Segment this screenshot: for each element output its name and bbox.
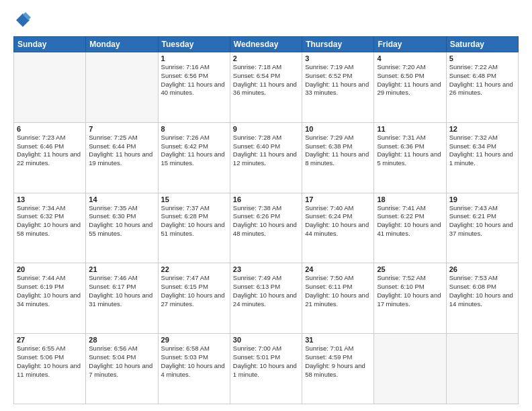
day-number: 13 xyxy=(17,195,83,203)
day-cell xyxy=(86,52,158,123)
day-cell: 29Sunrise: 6:58 AM Sunset: 5:03 PM Dayli… xyxy=(158,334,230,404)
day-info: Sunrise: 7:47 AM Sunset: 6:15 PM Dayligh… xyxy=(161,274,227,308)
logo-icon xyxy=(13,11,32,30)
day-number: 10 xyxy=(305,125,371,133)
day-cell: 18Sunrise: 7:41 AM Sunset: 6:22 PM Dayli… xyxy=(374,193,446,263)
day-info: Sunrise: 7:16 AM Sunset: 6:56 PM Dayligh… xyxy=(161,63,227,97)
day-info: Sunrise: 7:19 AM Sunset: 6:52 PM Dayligh… xyxy=(305,63,371,97)
day-info: Sunrise: 6:56 AM Sunset: 5:04 PM Dayligh… xyxy=(89,345,154,379)
week-row: 6Sunrise: 7:23 AM Sunset: 6:46 PM Daylig… xyxy=(14,122,519,193)
day-number: 24 xyxy=(305,265,371,273)
weekday-header: Saturday xyxy=(446,37,518,52)
day-cell: 4Sunrise: 7:20 AM Sunset: 6:50 PM Daylig… xyxy=(374,52,446,123)
day-cell: 13Sunrise: 7:34 AM Sunset: 6:32 PM Dayli… xyxy=(14,193,86,263)
day-info: Sunrise: 7:20 AM Sunset: 6:50 PM Dayligh… xyxy=(377,63,443,97)
week-row: 27Sunrise: 6:55 AM Sunset: 5:06 PM Dayli… xyxy=(14,334,519,404)
day-info: Sunrise: 7:40 AM Sunset: 6:24 PM Dayligh… xyxy=(305,204,371,238)
day-number: 5 xyxy=(449,54,515,62)
day-number: 26 xyxy=(449,265,515,273)
day-cell: 2Sunrise: 7:18 AM Sunset: 6:54 PM Daylig… xyxy=(230,52,302,123)
weekday-header: Wednesday xyxy=(230,37,302,52)
day-info: Sunrise: 7:25 AM Sunset: 6:44 PM Dayligh… xyxy=(89,134,154,168)
day-number: 19 xyxy=(449,195,515,203)
weekday-header: Monday xyxy=(86,37,158,52)
day-number: 7 xyxy=(89,125,154,133)
day-info: Sunrise: 7:49 AM Sunset: 6:13 PM Dayligh… xyxy=(233,274,299,308)
weekday-row: SundayMondayTuesdayWednesdayThursdayFrid… xyxy=(14,37,519,52)
day-info: Sunrise: 7:23 AM Sunset: 6:46 PM Dayligh… xyxy=(17,134,83,168)
day-number: 16 xyxy=(233,195,299,203)
day-cell: 12Sunrise: 7:32 AM Sunset: 6:34 PM Dayli… xyxy=(446,122,518,193)
day-cell: 1Sunrise: 7:16 AM Sunset: 6:56 PM Daylig… xyxy=(158,52,230,123)
calendar-header: SundayMondayTuesdayWednesdayThursdayFrid… xyxy=(14,37,519,52)
day-cell xyxy=(374,334,446,404)
week-row: 20Sunrise: 7:44 AM Sunset: 6:19 PM Dayli… xyxy=(14,263,519,334)
day-info: Sunrise: 7:41 AM Sunset: 6:22 PM Dayligh… xyxy=(377,204,443,238)
day-info: Sunrise: 7:50 AM Sunset: 6:11 PM Dayligh… xyxy=(305,274,371,308)
day-info: Sunrise: 7:01 AM Sunset: 4:59 PM Dayligh… xyxy=(305,345,371,379)
day-info: Sunrise: 6:55 AM Sunset: 5:06 PM Dayligh… xyxy=(17,345,83,379)
day-number: 28 xyxy=(89,336,154,344)
day-info: Sunrise: 7:18 AM Sunset: 6:54 PM Dayligh… xyxy=(233,63,299,97)
day-info: Sunrise: 7:38 AM Sunset: 6:26 PM Dayligh… xyxy=(233,204,299,238)
day-info: Sunrise: 7:28 AM Sunset: 6:40 PM Dayligh… xyxy=(233,134,299,168)
day-cell: 17Sunrise: 7:40 AM Sunset: 6:24 PM Dayli… xyxy=(302,193,374,263)
weekday-header: Sunday xyxy=(14,37,86,52)
day-cell: 3Sunrise: 7:19 AM Sunset: 6:52 PM Daylig… xyxy=(302,52,374,123)
weekday-header: Thursday xyxy=(302,37,374,52)
day-cell: 22Sunrise: 7:47 AM Sunset: 6:15 PM Dayli… xyxy=(158,263,230,334)
day-cell: 31Sunrise: 7:01 AM Sunset: 4:59 PM Dayli… xyxy=(302,334,374,404)
day-number: 3 xyxy=(305,54,371,62)
day-info: Sunrise: 7:52 AM Sunset: 6:10 PM Dayligh… xyxy=(377,274,443,308)
day-cell: 16Sunrise: 7:38 AM Sunset: 6:26 PM Dayli… xyxy=(230,193,302,263)
day-number: 11 xyxy=(377,125,443,133)
logo xyxy=(13,11,35,30)
day-number: 20 xyxy=(17,265,83,273)
day-cell: 19Sunrise: 7:43 AM Sunset: 6:21 PM Dayli… xyxy=(446,193,518,263)
calendar-body: 1Sunrise: 7:16 AM Sunset: 6:56 PM Daylig… xyxy=(14,52,519,404)
day-number: 30 xyxy=(233,336,299,344)
day-info: Sunrise: 7:44 AM Sunset: 6:19 PM Dayligh… xyxy=(17,274,83,308)
day-cell: 20Sunrise: 7:44 AM Sunset: 6:19 PM Dayli… xyxy=(14,263,86,334)
day-info: Sunrise: 7:22 AM Sunset: 6:48 PM Dayligh… xyxy=(449,63,515,97)
day-cell: 27Sunrise: 6:55 AM Sunset: 5:06 PM Dayli… xyxy=(14,334,86,404)
day-number: 21 xyxy=(89,265,154,273)
day-info: Sunrise: 7:34 AM Sunset: 6:32 PM Dayligh… xyxy=(17,204,83,238)
day-cell: 15Sunrise: 7:37 AM Sunset: 6:28 PM Dayli… xyxy=(158,193,230,263)
day-number: 4 xyxy=(377,54,443,62)
day-number: 27 xyxy=(17,336,83,344)
day-cell xyxy=(14,52,86,123)
weekday-header: Tuesday xyxy=(158,37,230,52)
day-cell: 21Sunrise: 7:46 AM Sunset: 6:17 PM Dayli… xyxy=(86,263,158,334)
day-info: Sunrise: 7:43 AM Sunset: 6:21 PM Dayligh… xyxy=(449,204,515,238)
day-info: Sunrise: 7:00 AM Sunset: 5:01 PM Dayligh… xyxy=(233,345,299,379)
day-number: 6 xyxy=(17,125,83,133)
day-cell: 9Sunrise: 7:28 AM Sunset: 6:40 PM Daylig… xyxy=(230,122,302,193)
day-cell: 30Sunrise: 7:00 AM Sunset: 5:01 PM Dayli… xyxy=(230,334,302,404)
day-number: 18 xyxy=(377,195,443,203)
day-cell: 11Sunrise: 7:31 AM Sunset: 6:36 PM Dayli… xyxy=(374,122,446,193)
calendar: SundayMondayTuesdayWednesdayThursdayFrid… xyxy=(13,36,519,404)
week-row: 1Sunrise: 7:16 AM Sunset: 6:56 PM Daylig… xyxy=(14,52,519,123)
day-info: Sunrise: 7:29 AM Sunset: 6:38 PM Dayligh… xyxy=(305,134,371,168)
day-number: 29 xyxy=(161,336,227,344)
day-number: 17 xyxy=(305,195,371,203)
day-number: 12 xyxy=(449,125,515,133)
day-number: 31 xyxy=(305,336,371,344)
day-number: 2 xyxy=(233,54,299,62)
day-number: 22 xyxy=(161,265,227,273)
day-number: 14 xyxy=(89,195,154,203)
week-row: 13Sunrise: 7:34 AM Sunset: 6:32 PM Dayli… xyxy=(14,193,519,263)
day-info: Sunrise: 7:53 AM Sunset: 6:08 PM Dayligh… xyxy=(449,274,515,308)
day-number: 25 xyxy=(377,265,443,273)
day-cell: 14Sunrise: 7:35 AM Sunset: 6:30 PM Dayli… xyxy=(86,193,158,263)
day-info: Sunrise: 6:58 AM Sunset: 5:03 PM Dayligh… xyxy=(161,345,227,379)
day-cell: 5Sunrise: 7:22 AM Sunset: 6:48 PM Daylig… xyxy=(446,52,518,123)
day-info: Sunrise: 7:32 AM Sunset: 6:34 PM Dayligh… xyxy=(449,134,515,168)
weekday-header: Friday xyxy=(374,37,446,52)
day-number: 15 xyxy=(161,195,227,203)
day-number: 1 xyxy=(161,54,227,62)
day-cell: 8Sunrise: 7:26 AM Sunset: 6:42 PM Daylig… xyxy=(158,122,230,193)
day-cell xyxy=(446,334,518,404)
day-number: 9 xyxy=(233,125,299,133)
